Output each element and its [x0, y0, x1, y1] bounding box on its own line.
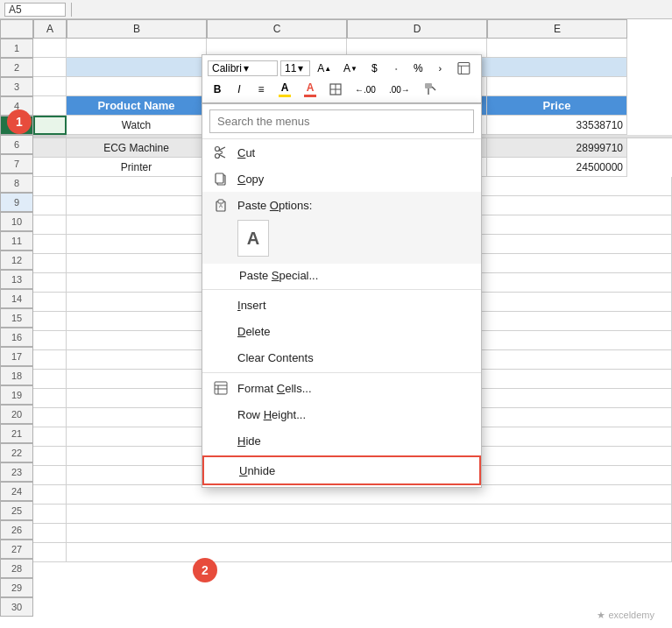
cell-a15[interactable] [33, 254, 67, 273]
col-header-e[interactable]: E [487, 19, 627, 39]
menu-item-unhide[interactable]: Unhide [202, 455, 481, 485]
highlight-color-button[interactable]: A [273, 80, 296, 99]
row-header-17[interactable]: 17 [0, 347, 33, 366]
row-header-30[interactable]: 30 [0, 597, 33, 617]
row-header-16[interactable]: 16 [0, 328, 33, 347]
font-name-dropdown[interactable]: Calibri ▾ [208, 60, 278, 76]
cell-rest-30[interactable] [67, 543, 672, 562]
cell-a30[interactable] [33, 543, 67, 562]
cell-a18[interactable] [33, 312, 67, 331]
row-header-29[interactable]: 29 [0, 578, 33, 597]
menu-item-clear-contents[interactable]: Clear Contents [202, 344, 481, 370]
col-header-b[interactable]: B [67, 19, 207, 39]
row-header-28[interactable]: 28 [0, 559, 33, 578]
comma-button[interactable]: › [430, 59, 449, 78]
row-header-22[interactable]: 22 [0, 443, 33, 462]
col-header-c[interactable]: C [207, 19, 347, 39]
cell-a5[interactable] [33, 116, 67, 135]
menu-item-hide[interactable]: Hide [202, 427, 481, 454]
font-size-dropdown[interactable]: 11 ▾ [280, 60, 310, 76]
cell-a12[interactable] [33, 196, 67, 215]
col-header-d[interactable]: D [347, 19, 487, 39]
cell-a29[interactable] [33, 524, 67, 543]
cell-a23[interactable] [33, 408, 67, 427]
format-painter-button[interactable] [418, 80, 442, 99]
cell-rest-27[interactable] [67, 485, 672, 505]
cell-e1[interactable] [487, 39, 627, 58]
increase-decimal-button[interactable]: .00→ [384, 80, 415, 99]
cell-b10[interactable]: Printer [67, 158, 207, 177]
row-header-18[interactable]: 18 [0, 366, 33, 385]
cell-a26[interactable] [33, 466, 67, 485]
cell-a16[interactable] [33, 273, 67, 293]
borders-button[interactable] [324, 80, 347, 99]
increase-font-button[interactable]: A▲ [313, 59, 336, 78]
table-icon-button[interactable] [452, 59, 476, 78]
cell-rest-29[interactable] [67, 524, 672, 543]
row-header-12[interactable]: 12 [0, 250, 33, 270]
cell-a27[interactable] [33, 485, 67, 505]
menu-item-copy[interactable]: Copy [202, 166, 481, 192]
row-header-27[interactable]: 27 [0, 540, 33, 559]
row-header-23[interactable]: 23 [0, 462, 33, 482]
decrease-font-button[interactable]: A▼ [339, 59, 363, 78]
row-header-15[interactable]: 15 [0, 308, 33, 328]
menu-item-delete[interactable]: Delete [202, 318, 481, 344]
row-header-20[interactable]: 20 [0, 405, 33, 424]
search-input[interactable] [209, 109, 474, 133]
cell-rest-28[interactable] [67, 505, 672, 524]
cell-e4[interactable]: Price [487, 96, 627, 116]
bold-button[interactable]: B [208, 80, 227, 99]
row-header-14[interactable]: 14 [0, 289, 33, 308]
font-color-button[interactable]: A [299, 80, 322, 99]
cell-b1[interactable] [67, 39, 207, 58]
row-header-24[interactable]: 24 [0, 482, 33, 501]
row-header-10[interactable]: 10 [0, 212, 33, 231]
row-header-2[interactable]: 2 [0, 58, 33, 77]
row-header-8[interactable]: 8 [0, 173, 33, 193]
cell-a13[interactable] [33, 215, 67, 235]
cell-b3[interactable] [67, 77, 207, 96]
row-header-19[interactable]: 19 [0, 385, 33, 405]
menu-item-row-height[interactable]: Row Height... [202, 401, 481, 427]
cell-a3[interactable] [33, 77, 67, 96]
cell-b5[interactable]: Watch [67, 116, 207, 135]
cell-a17[interactable] [33, 293, 67, 312]
cell-a1[interactable] [33, 39, 67, 58]
menu-item-insert[interactable]: Insert [202, 292, 481, 318]
cell-a21[interactable] [33, 370, 67, 389]
menu-item-paste-special[interactable]: Paste Special... [202, 264, 481, 287]
menu-item-format-cells[interactable]: Format Cells... [202, 375, 481, 401]
row-header-3[interactable]: 3 [0, 77, 33, 96]
row-header-13[interactable]: 13 [0, 270, 33, 289]
decrease-decimal-button[interactable]: ←.00 [350, 80, 381, 99]
row-header-25[interactable]: 25 [0, 501, 33, 520]
cell-a11[interactable] [33, 177, 67, 196]
cell-e9[interactable]: 28999710 [487, 138, 627, 158]
row-header-6[interactable]: 6 [0, 135, 33, 154]
percent-button[interactable]: % [408, 59, 428, 78]
italic-button[interactable]: I [230, 80, 249, 99]
row-header-1[interactable]: 1 [0, 39, 33, 58]
cell-e5[interactable]: 33538710 [487, 116, 627, 135]
name-box[interactable]: A5 [4, 3, 66, 17]
cell-a10[interactable] [33, 158, 67, 177]
row-header-9[interactable]: 9 [0, 193, 33, 212]
row-header-7[interactable]: 7 [0, 154, 33, 173]
cell-a4[interactable] [33, 96, 67, 116]
cell-b9[interactable]: ECG Machine [67, 138, 207, 158]
row-header-26[interactable]: 26 [0, 520, 33, 540]
cell-e10[interactable]: 24500000 [487, 158, 627, 177]
cell-a19[interactable] [33, 331, 67, 350]
cell-a22[interactable] [33, 389, 67, 408]
cell-a24[interactable] [33, 427, 67, 447]
cell-b4[interactable]: Product Name [67, 96, 207, 116]
align-button[interactable]: ≡ [251, 80, 271, 99]
dot-button[interactable]: · [386, 59, 406, 78]
col-header-a[interactable]: A [33, 19, 67, 39]
row-header-21[interactable]: 21 [0, 424, 33, 443]
cell-a28[interactable] [33, 505, 67, 524]
cell-a14[interactable] [33, 235, 67, 254]
cell-a2[interactable] [33, 58, 67, 77]
cell-a9[interactable] [33, 138, 67, 158]
